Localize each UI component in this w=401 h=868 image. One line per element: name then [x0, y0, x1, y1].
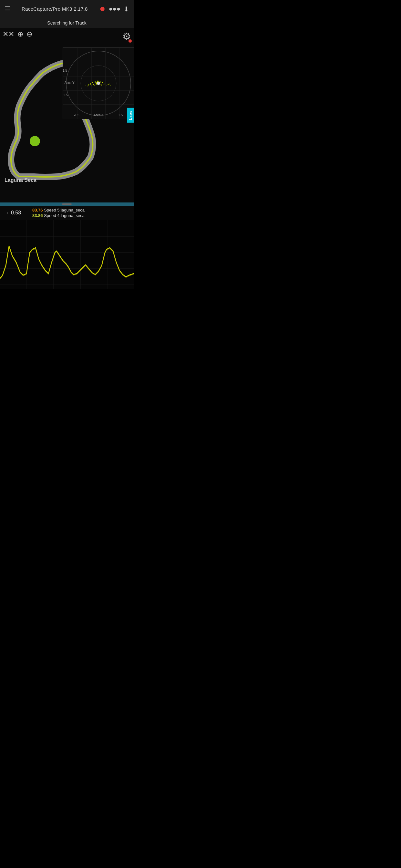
- position-dot: [30, 136, 40, 146]
- svg-point-18: [104, 84, 105, 85]
- svg-point-14: [95, 82, 96, 83]
- current-value: 0.58: [11, 210, 21, 216]
- svg-point-36: [101, 85, 102, 86]
- toolbar: ✕✕ ⊕ ⊖: [3, 31, 32, 38]
- svg-text:AccelX: AccelX: [93, 113, 103, 117]
- speed-line-2: 83.86 Speed 4:laguna_seca: [32, 213, 85, 218]
- svg-point-34: [109, 84, 110, 85]
- speed2-label: Speed 4:laguna_seca: [44, 213, 85, 218]
- app-title: RaceCapture/Pro MK3 2.17.8: [22, 6, 88, 11]
- arrow-icon: →: [3, 210, 9, 216]
- speed2-num: 83.86: [32, 213, 43, 218]
- divider[interactable]: [0, 203, 134, 206]
- svg-point-25: [101, 84, 102, 85]
- laps-tab[interactable]: Laps: [127, 108, 134, 123]
- laps-tab-container[interactable]: Laps: [127, 108, 134, 123]
- svg-point-32: [113, 86, 113, 87]
- app-header: ☰ RaceCapture/Pro MK3 2.17.8 ⏺ ●●● ⬇: [0, 0, 134, 18]
- svg-point-13: [92, 82, 93, 83]
- svg-text:-1.5: -1.5: [63, 93, 68, 97]
- svg-point-33: [89, 84, 89, 85]
- collapse-button[interactable]: ✕✕: [3, 31, 14, 38]
- record-icon[interactable]: ⏺: [99, 5, 105, 12]
- chart-svg: [0, 220, 134, 289]
- settings-badge: [128, 39, 132, 42]
- svg-point-23: [93, 84, 94, 85]
- speed1-num: 83.76: [32, 208, 43, 213]
- arrow-value: → 0.58: [3, 210, 29, 216]
- svg-text:-1.5: -1.5: [73, 113, 80, 117]
- header-icons: ⏺ ●●● ⬇: [99, 5, 129, 13]
- sub-header: Searching for Track: [0, 18, 134, 28]
- speed-line-1: 83.76 Speed 5:laguna_seca: [32, 208, 85, 213]
- zoom-out-button[interactable]: ⊖: [27, 31, 32, 38]
- svg-point-21: [108, 84, 109, 85]
- svg-point-20: [85, 86, 86, 86]
- svg-text:AccelY: AccelY: [64, 81, 74, 85]
- svg-point-27: [91, 86, 92, 86]
- svg-point-12: [90, 83, 91, 85]
- signal-icon: ●●●: [109, 5, 120, 12]
- svg-text:1.5: 1.5: [63, 69, 67, 72]
- svg-point-37: [97, 82, 100, 85]
- svg-point-28: [106, 86, 107, 86]
- searching-status: Searching for Track: [47, 20, 86, 26]
- chart-container: [0, 220, 134, 289]
- map-container: ✕✕ ⊕ ⊖ ⚙ Laguna Seca: [0, 28, 134, 203]
- svg-point-31: [87, 86, 88, 87]
- menu-icon[interactable]: ☰: [4, 5, 10, 13]
- filter-icon[interactable]: ⬇: [124, 5, 129, 13]
- svg-point-35: [94, 85, 95, 86]
- divider-handle: [62, 204, 72, 205]
- svg-point-26: [103, 85, 104, 85]
- speed1-label: Speed 5:laguna_seca: [44, 208, 85, 213]
- svg-text:1.5: 1.5: [118, 113, 123, 117]
- svg-point-22: [111, 85, 111, 86]
- zoom-in-button[interactable]: ⊕: [18, 31, 23, 38]
- track-label: Laguna Seca: [4, 177, 36, 183]
- settings-button[interactable]: ⚙: [122, 31, 131, 42]
- speed-info: 83.76 Speed 5:laguna_seca 83.86 Speed 4:…: [32, 208, 85, 218]
- data-row: → 0.58 83.76 Speed 5:laguna_seca 83.86 S…: [0, 206, 134, 220]
- g-meter: 1.5 -1.5 AccelY -1.5 AccelX 1.5: [63, 48, 134, 119]
- svg-point-17: [102, 82, 103, 83]
